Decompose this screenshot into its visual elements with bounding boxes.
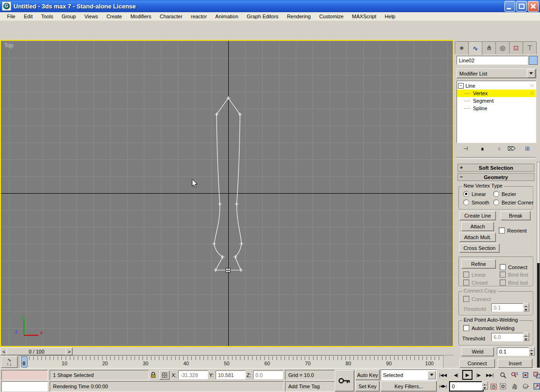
menu-views[interactable]: Views [80,13,102,20]
menu-group[interactable]: Group [57,13,80,20]
restore-button[interactable] [516,1,527,12]
panel-scrollbar[interactable] [537,162,540,369]
checkbox-icon[interactable] [463,296,469,302]
refine-button[interactable]: Refine [461,259,496,269]
zoom-all-icon[interactable] [509,370,519,380]
checkbox-icon[interactable] [463,325,469,331]
connect-copy-threshold-spinner[interactable] [523,303,529,311]
connect-checkbox[interactable]: Connect [500,264,527,270]
checkbox-icon[interactable] [500,264,506,270]
absolute-mode-icon[interactable] [159,370,170,380]
next-frame-icon[interactable]: |▶ [473,370,484,380]
minimize-button[interactable] [504,1,515,12]
collapse-icon[interactable]: − [458,83,464,89]
previous-frame-icon[interactable]: ◀| [451,370,461,380]
keyable-selection-dropdown[interactable]: Selected [381,369,437,380]
viewport-canvas[interactable]: Top y x z [1,41,453,346]
modify-tab[interactable]: ∿ [468,41,482,55]
pin-stack-icon[interactable]: ⊣ [460,144,471,153]
weld-button[interactable]: Weld [461,347,494,356]
object-name-field[interactable]: Line02 [457,56,528,65]
attach-mult-button[interactable]: Attach Mult. [459,233,496,242]
menu-customize[interactable]: Customize [315,13,348,20]
open-mini-curve-editor-icon[interactable]: ∿ ↑↓ [1,356,18,368]
arc-rotate-icon[interactable] [520,381,531,391]
menu-help[interactable]: Help [381,13,400,20]
pan-view-icon[interactable] [509,381,519,391]
connect-button[interactable]: Connect [459,359,495,368]
checkbox-icon[interactable] [500,271,506,278]
set-keys-button[interactable] [335,370,354,392]
hierarchy-tab[interactable]: ⋔ [482,41,496,54]
menu-reactor[interactable]: reactor [187,13,211,20]
motion-tab[interactable]: ◎ [495,41,510,54]
bind-first-checkbox[interactable]: Bind first [500,271,528,278]
cross-section-button[interactable]: Cross Section [459,243,500,253]
close-button[interactable] [528,1,539,12]
geometry-rollout[interactable]: −Geometry [458,173,534,181]
time-slider-handle[interactable]: 0 / 100 [7,347,67,355]
menu-character[interactable]: Character [156,13,187,20]
linear-checkbox[interactable]: Linear [463,271,486,278]
radio-linear[interactable]: Linear [463,191,486,197]
stack-item-line[interactable]: − Line ∷ [457,82,536,90]
viewport-label[interactable]: Top [4,42,13,49]
checkbox-icon[interactable] [463,279,469,286]
radio-bezier-corner[interactable]: Bezier Corner [493,199,533,205]
stack-item-spline[interactable]: Spline [457,105,536,112]
region-zoom-icon[interactable] [498,381,508,391]
auto-key-button[interactable]: Auto Key [355,369,380,380]
automatic-welding-checkbox[interactable]: Automatic Welding [463,325,515,331]
break-button[interactable]: Break [501,211,531,220]
auto-weld-threshold-field[interactable]: 6.0 [491,333,524,341]
weld-threshold-field[interactable]: 0.1 [497,347,530,356]
set-key-button[interactable]: Set Key [355,381,380,392]
play-animation-icon[interactable]: ▶ [462,370,472,380]
display-tab[interactable]: ⊡ [509,41,523,54]
z-coordinate-field[interactable]: 0.0 [253,370,283,379]
menu-graph-editors[interactable]: Graph Editors [242,13,283,20]
insert-button[interactable]: Insert [498,359,532,368]
connect-copy-threshold-field[interactable]: 0.1 [491,303,524,312]
go-to-start-icon[interactable]: |◀◀ [438,370,448,380]
current-frame-field[interactable]: 0 [449,381,484,392]
menu-create[interactable]: Create [102,13,126,20]
key-mode-toggle-icon[interactable]: |◀▶| [438,381,448,391]
soft-selection-rollout[interactable]: +Soft Selection [458,164,534,172]
attach-button[interactable]: Attach [461,222,494,231]
remove-modifier-icon[interactable]: ⌦ [506,144,517,153]
show-end-result-icon[interactable]: ∎ [477,144,488,153]
modifier-stack[interactable]: − Line ∷ Vertex ∷ Segment Spline [457,81,536,143]
radio-bezier[interactable]: Bezier [493,191,516,197]
menu-file[interactable]: File [3,13,20,20]
object-color-swatch[interactable] [529,56,538,65]
zoom-extents-icon[interactable] [520,370,531,380]
menu-rendering[interactable]: Rendering [283,13,315,20]
key-filters-button[interactable]: Key Filters... [381,381,437,392]
create-line-button[interactable]: Create Line [459,211,496,220]
viewport-top[interactable]: Top y x z [0,40,454,347]
menu-animation[interactable]: Animation [211,13,242,20]
checkbox-icon[interactable] [500,279,506,286]
modifier-list-dropdown[interactable]: Modifier List [457,68,536,78]
radio-icon[interactable] [463,191,469,197]
stack-item-vertex[interactable]: Vertex ∷ [457,90,536,97]
weld-threshold-spinner[interactable] [529,347,535,355]
closed-checkbox[interactable]: Closed [463,279,488,286]
bind-last-checkbox[interactable]: Bind last [500,279,528,286]
listener-field[interactable] [1,381,48,392]
x-coordinate-field[interactable]: -31.328 [178,370,208,379]
panel-scrollbar-thumb[interactable] [537,263,540,368]
selection-lock-icon[interactable] [148,370,158,380]
reorient-checkbox[interactable]: Reorient [499,227,527,234]
menu-modifiers[interactable]: Modifiers [126,13,156,20]
macro-recorder-field[interactable] [1,370,48,380]
checkbox-icon[interactable] [463,271,469,278]
add-time-tag[interactable]: Add Time Tag [285,381,337,392]
radio-icon[interactable] [493,199,499,205]
zoom-icon[interactable] [498,370,508,380]
menu-edit[interactable]: Edit [20,13,37,20]
radio-smooth[interactable]: Smooth [463,199,489,205]
go-to-end-icon[interactable]: ▶▶| [485,370,495,380]
y-coordinate-field[interactable]: 10.581 [216,370,246,379]
